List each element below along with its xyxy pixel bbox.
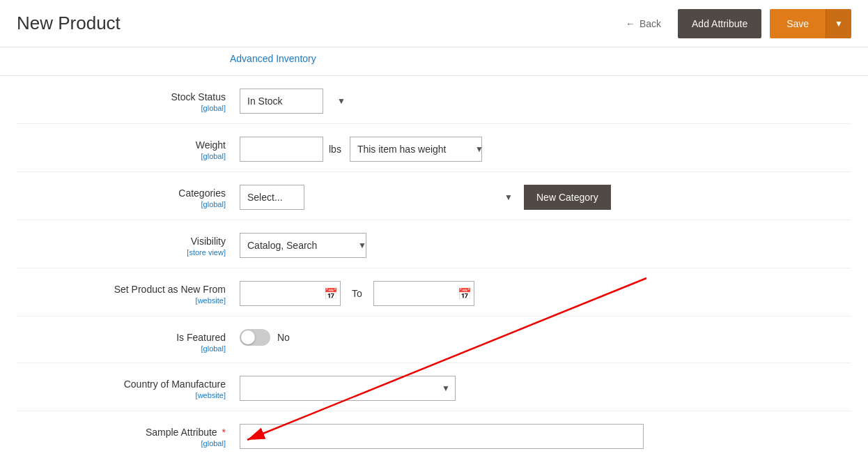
sample-attribute-control <box>240 421 851 449</box>
categories-label-col: Categories [global] <box>17 182 240 208</box>
weight-control: lbs This item has weight This item has n… <box>240 134 851 162</box>
is-featured-toggle-wrapper: No <box>240 329 290 346</box>
sample-attribute-scope: [global] <box>17 439 226 448</box>
visibility-scope: [store view] <box>17 248 226 257</box>
visibility-label-col: Visibility [store view] <box>17 230 240 257</box>
new-category-button[interactable]: New Category <box>524 185 611 210</box>
visibility-select-wrapper: Catalog, Search Catalog Search Not Visib… <box>240 233 372 258</box>
categories-select-wrapper: Select... ▼ <box>240 185 518 210</box>
add-attribute-button[interactable]: Add Attribute <box>678 9 761 38</box>
is-featured-scope: [global] <box>17 344 226 353</box>
visibility-row: Visibility [store view] Catalog, Search … <box>17 220 851 268</box>
categories-label: Categories <box>178 188 226 199</box>
set-product-new-label: Set Product as New From <box>114 284 226 295</box>
is-featured-toggle[interactable] <box>240 329 270 346</box>
product-form: Stock Status [global] In Stock Out of St… <box>0 76 868 458</box>
advanced-inventory-link[interactable]: Advanced Inventory <box>230 53 316 64</box>
weight-input[interactable] <box>240 137 323 162</box>
date-to-label: To <box>346 288 368 299</box>
stock-status-row: Stock Status [global] In Stock Out of St… <box>17 76 851 124</box>
stock-status-select-wrapper: In Stock Out of Stock ▼ <box>240 89 351 114</box>
advanced-inventory-section: Advanced Inventory <box>0 47 868 76</box>
sample-attribute-label: Sample Attribute <box>146 427 217 438</box>
stock-status-arrow-icon: ▼ <box>337 96 346 106</box>
weight-label-col: Weight [global] <box>17 134 240 160</box>
toggle-knob <box>241 330 255 344</box>
country-select-wrapper: ▼ <box>240 376 456 401</box>
back-button[interactable]: ← Back <box>617 13 669 35</box>
set-product-new-scope: [website] <box>17 296 226 305</box>
stock-status-label-col: Stock Status [global] <box>17 86 240 112</box>
country-manufacture-select[interactable] <box>240 376 456 401</box>
weight-label: Weight <box>196 139 226 151</box>
is-featured-control: No <box>240 326 851 346</box>
categories-scope: [global] <box>17 200 226 208</box>
calendar-to-icon[interactable]: 📅 <box>458 287 472 300</box>
is-featured-row: Is Featured [global] No <box>17 316 851 363</box>
is-featured-label-col: Is Featured [global] <box>17 326 240 353</box>
sample-attribute-required: * <box>222 427 226 438</box>
page-header: New Product ← Back Add Attribute Save ▼ <box>0 0 868 47</box>
weight-unit-label: lbs <box>329 144 341 155</box>
save-dropdown-button[interactable]: ▼ <box>826 9 851 38</box>
sample-attribute-input[interactable] <box>240 424 644 449</box>
save-button-group: Save ▼ <box>770 9 851 38</box>
date-to-wrapper: 📅 <box>373 281 474 306</box>
set-product-new-row: Set Product as New From [website] 📅 To 📅 <box>17 268 851 316</box>
weight-type-select[interactable]: This item has weight This item has no we… <box>350 137 482 162</box>
calendar-from-icon[interactable]: 📅 <box>324 287 338 300</box>
page-title: New Product <box>17 13 121 34</box>
set-product-new-label-col: Set Product as New From [website] <box>17 278 240 305</box>
stock-status-select[interactable]: In Stock Out of Stock <box>240 89 323 114</box>
is-featured-toggle-label: No <box>277 332 290 343</box>
save-button[interactable]: Save <box>770 9 826 38</box>
stock-status-label: Stock Status <box>171 91 226 102</box>
set-product-new-control: 📅 To 📅 <box>240 278 851 306</box>
country-manufacture-scope: [website] <box>17 391 226 399</box>
categories-select[interactable]: Select... <box>240 185 304 210</box>
country-manufacture-control: ▼ <box>240 373 851 401</box>
weight-type-select-wrapper: This item has weight This item has no we… <box>350 137 489 162</box>
sample-attribute-row: Sample Attribute * [global] <box>17 411 851 458</box>
back-arrow-icon: ← <box>626 18 635 29</box>
sample-attribute-label-col: Sample Attribute * [global] <box>17 421 240 448</box>
stock-status-control: In Stock Out of Stock ▼ <box>240 86 851 114</box>
country-manufacture-label-col: Country of Manufacture [website] <box>17 373 240 399</box>
date-from-wrapper: 📅 <box>240 281 341 306</box>
visibility-control: Catalog, Search Catalog Search Not Visib… <box>240 230 851 258</box>
weight-scope: [global] <box>17 152 226 160</box>
main-content: Advanced Inventory Stock Status [global]… <box>0 47 868 458</box>
categories-arrow-icon: ▼ <box>504 192 513 202</box>
country-manufacture-label: Country of Manufacture <box>124 379 226 390</box>
categories-control: Select... ▼ New Category <box>240 182 851 210</box>
header-actions: ← Back Add Attribute Save ▼ <box>617 9 851 38</box>
is-featured-label: Is Featured <box>176 332 226 343</box>
weight-row: Weight [global] lbs This item has weight… <box>17 124 851 172</box>
country-manufacture-row: Country of Manufacture [website] ▼ <box>17 363 851 411</box>
visibility-select[interactable]: Catalog, Search Catalog Search Not Visib… <box>240 233 366 258</box>
stock-status-scope: [global] <box>17 104 226 112</box>
visibility-label: Visibility <box>191 236 226 247</box>
categories-row: Categories [global] Select... ▼ New Cate… <box>17 172 851 220</box>
